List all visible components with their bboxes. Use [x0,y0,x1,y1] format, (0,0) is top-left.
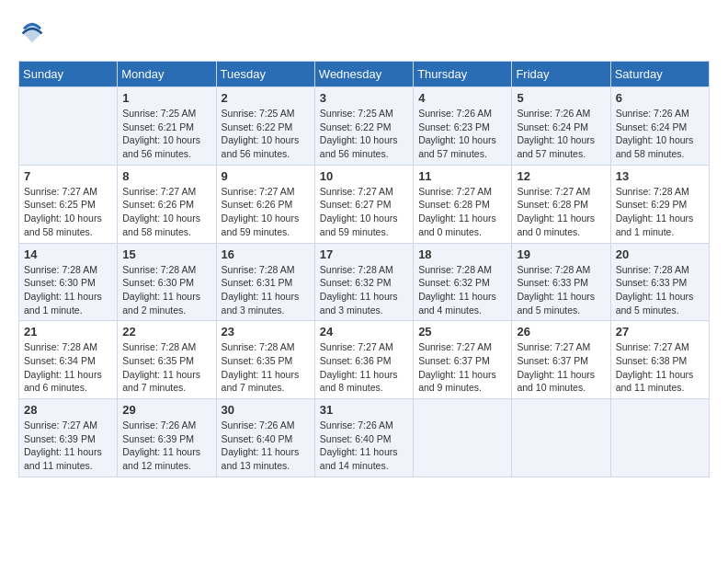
calendar-cell: 28Sunrise: 7:27 AM Sunset: 6:39 PM Dayli… [19,399,118,477]
calendar-cell: 12Sunrise: 7:27 AM Sunset: 6:28 PM Dayli… [512,165,610,243]
day-number: 7 [24,169,112,183]
day-number: 25 [418,325,506,339]
day-number: 29 [122,403,210,417]
day-number: 20 [616,247,704,261]
day-info: Sunrise: 7:28 AM Sunset: 6:35 PM Dayligh… [122,340,210,395]
calendar-body: 1Sunrise: 7:25 AM Sunset: 6:21 PM Daylig… [19,87,710,477]
day-number: 6 [616,91,704,105]
day-number: 8 [122,169,210,183]
calendar-cell: 21Sunrise: 7:28 AM Sunset: 6:34 PM Dayli… [19,321,118,399]
day-number: 22 [122,325,210,339]
day-number: 21 [24,325,112,339]
day-info: Sunrise: 7:26 AM Sunset: 6:23 PM Dayligh… [418,107,506,161]
header-day-thursday: Thursday [414,62,512,87]
header-day-saturday: Saturday [610,62,709,87]
calendar-cell: 10Sunrise: 7:27 AM Sunset: 6:27 PM Dayli… [314,165,413,243]
header-day-tuesday: Tuesday [216,62,314,87]
header-day-friday: Friday [512,62,610,87]
day-info: Sunrise: 7:28 AM Sunset: 6:32 PM Dayligh… [418,263,506,317]
day-info: Sunrise: 7:26 AM Sunset: 6:40 PM Dayligh… [222,419,310,473]
day-info: Sunrise: 7:27 AM Sunset: 6:27 PM Dayligh… [320,185,408,239]
calendar-cell [512,399,610,477]
calendar-cell [414,399,512,477]
day-number: 13 [616,169,704,183]
calendar-cell: 14Sunrise: 7:28 AM Sunset: 6:30 PM Dayli… [19,243,118,321]
day-number: 27 [616,325,704,339]
calendar-cell: 23Sunrise: 7:28 AM Sunset: 6:35 PM Dayli… [216,321,314,399]
calendar-cell: 7Sunrise: 7:27 AM Sunset: 6:25 PM Daylig… [19,165,118,243]
logo-icon [18,18,46,46]
calendar-cell: 9Sunrise: 7:27 AM Sunset: 6:26 PM Daylig… [216,165,314,243]
calendar-cell: 26Sunrise: 7:27 AM Sunset: 6:37 PM Dayli… [512,321,610,399]
day-number: 15 [122,247,210,261]
calendar-cell: 13Sunrise: 7:28 AM Sunset: 6:29 PM Dayli… [610,165,709,243]
calendar-cell: 22Sunrise: 7:28 AM Sunset: 6:35 PM Dayli… [118,321,216,399]
day-info: Sunrise: 7:28 AM Sunset: 6:33 PM Dayligh… [517,263,605,317]
calendar-cell: 29Sunrise: 7:26 AM Sunset: 6:39 PM Dayli… [118,399,216,477]
day-info: Sunrise: 7:27 AM Sunset: 6:26 PM Dayligh… [122,185,210,239]
day-number: 9 [222,169,310,183]
header-day-sunday: Sunday [19,62,118,87]
calendar-cell: 2Sunrise: 7:25 AM Sunset: 6:22 PM Daylig… [216,87,314,166]
day-info: Sunrise: 7:27 AM Sunset: 6:38 PM Dayligh… [616,340,704,395]
day-number: 14 [24,247,112,261]
day-info: Sunrise: 7:25 AM Sunset: 6:21 PM Dayligh… [122,107,210,161]
day-info: Sunrise: 7:27 AM Sunset: 6:28 PM Dayligh… [517,185,605,239]
header-day-wednesday: Wednesday [314,62,413,87]
calendar-cell: 25Sunrise: 7:27 AM Sunset: 6:37 PM Dayli… [414,321,512,399]
calendar-cell: 17Sunrise: 7:28 AM Sunset: 6:32 PM Dayli… [314,243,413,321]
day-info: Sunrise: 7:25 AM Sunset: 6:22 PM Dayligh… [222,107,310,161]
calendar-cell: 16Sunrise: 7:28 AM Sunset: 6:31 PM Dayli… [216,243,314,321]
calendar-cell: 30Sunrise: 7:26 AM Sunset: 6:40 PM Dayli… [216,399,314,477]
day-number: 31 [320,403,408,417]
day-info: Sunrise: 7:27 AM Sunset: 6:25 PM Dayligh… [24,185,112,239]
calendar-cell: 11Sunrise: 7:27 AM Sunset: 6:28 PM Dayli… [414,165,512,243]
day-number: 4 [418,91,506,105]
day-number: 10 [320,169,408,183]
day-info: Sunrise: 7:28 AM Sunset: 6:30 PM Dayligh… [122,263,210,317]
calendar-cell: 20Sunrise: 7:28 AM Sunset: 6:33 PM Dayli… [610,243,709,321]
calendar-cell: 27Sunrise: 7:27 AM Sunset: 6:38 PM Dayli… [610,321,709,399]
calendar-cell: 3Sunrise: 7:25 AM Sunset: 6:22 PM Daylig… [314,87,413,166]
day-number: 18 [418,247,506,261]
day-number: 11 [418,169,506,183]
week-row-3: 14Sunrise: 7:28 AM Sunset: 6:30 PM Dayli… [19,243,710,321]
day-info: Sunrise: 7:28 AM Sunset: 6:33 PM Dayligh… [616,263,704,317]
header-day-monday: Monday [118,62,216,87]
calendar-table: SundayMondayTuesdayWednesdayThursdayFrid… [18,61,710,477]
day-info: Sunrise: 7:28 AM Sunset: 6:30 PM Dayligh… [24,263,112,317]
day-number: 30 [222,403,310,417]
day-number: 24 [320,325,408,339]
day-info: Sunrise: 7:26 AM Sunset: 6:24 PM Dayligh… [517,107,605,161]
logo [18,18,48,46]
day-number: 3 [320,91,408,105]
day-info: Sunrise: 7:27 AM Sunset: 6:26 PM Dayligh… [222,185,310,239]
day-number: 23 [222,325,310,339]
calendar-cell: 1Sunrise: 7:25 AM Sunset: 6:21 PM Daylig… [118,87,216,166]
day-number: 5 [517,91,605,105]
week-row-1: 1Sunrise: 7:25 AM Sunset: 6:21 PM Daylig… [19,87,710,166]
calendar-cell [610,399,709,477]
day-info: Sunrise: 7:26 AM Sunset: 6:39 PM Dayligh… [122,419,210,473]
calendar-cell: 8Sunrise: 7:27 AM Sunset: 6:26 PM Daylig… [118,165,216,243]
day-info: Sunrise: 7:26 AM Sunset: 6:40 PM Dayligh… [320,419,408,473]
day-info: Sunrise: 7:28 AM Sunset: 6:31 PM Dayligh… [222,263,310,317]
day-info: Sunrise: 7:28 AM Sunset: 6:35 PM Dayligh… [222,340,310,395]
day-number: 1 [122,91,210,105]
calendar-cell: 24Sunrise: 7:27 AM Sunset: 6:36 PM Dayli… [314,321,413,399]
day-info: Sunrise: 7:27 AM Sunset: 6:37 PM Dayligh… [418,340,506,395]
page-header [18,18,710,46]
week-row-5: 28Sunrise: 7:27 AM Sunset: 6:39 PM Dayli… [19,399,710,477]
day-number: 28 [24,403,112,417]
day-info: Sunrise: 7:27 AM Sunset: 6:28 PM Dayligh… [418,185,506,239]
week-row-4: 21Sunrise: 7:28 AM Sunset: 6:34 PM Dayli… [19,321,710,399]
day-number: 16 [222,247,310,261]
calendar-cell: 4Sunrise: 7:26 AM Sunset: 6:23 PM Daylig… [414,87,512,166]
calendar-cell [19,87,118,166]
calendar-header: SundayMondayTuesdayWednesdayThursdayFrid… [19,62,710,87]
day-number: 19 [517,247,605,261]
calendar-cell: 15Sunrise: 7:28 AM Sunset: 6:30 PM Dayli… [118,243,216,321]
header-row: SundayMondayTuesdayWednesdayThursdayFrid… [19,62,710,87]
day-info: Sunrise: 7:28 AM Sunset: 6:29 PM Dayligh… [616,185,704,239]
calendar-cell: 5Sunrise: 7:26 AM Sunset: 6:24 PM Daylig… [512,87,610,166]
